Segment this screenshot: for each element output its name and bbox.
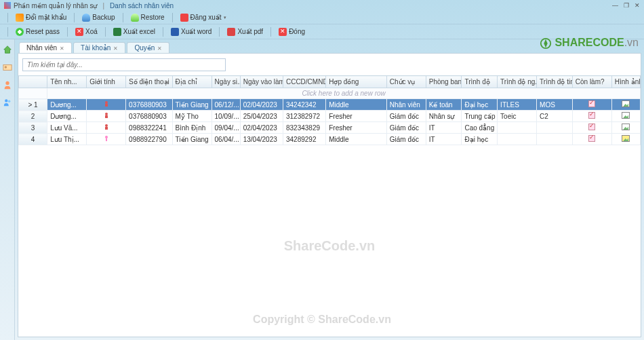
tab-close-icon[interactable]: ✕ bbox=[60, 45, 64, 52]
tab-nv[interactable]: Nhân viên✕ bbox=[19, 42, 72, 53]
column-header[interactable]: Tên nh... bbox=[47, 76, 87, 88]
tab-tk[interactable]: Tài khoản✕ bbox=[73, 42, 125, 53]
cell-edu: Cao đẳng bbox=[462, 122, 498, 134]
maximize-button[interactable]: ❐ bbox=[624, 2, 629, 9]
tab-label: Tài khoản bbox=[81, 44, 110, 52]
cell-dept: Kế toán bbox=[426, 99, 462, 111]
cell-id: 312382972 bbox=[283, 111, 325, 122]
image-icon bbox=[622, 100, 630, 107]
cell-it: C2 bbox=[537, 111, 573, 122]
minimize-button[interactable]: — bbox=[612, 2, 618, 9]
action-toolbar: Reset pass ✕ Xoá Xuất excel Xuất word Xu… bbox=[0, 24, 644, 39]
cell-contract: Middle bbox=[326, 99, 387, 111]
table-row[interactable]: > 1Dương...0376880903Tiền Giang06/12/...… bbox=[19, 99, 641, 111]
cell-id: 832343829 bbox=[283, 122, 325, 134]
column-header[interactable]: Trình độ ng... bbox=[498, 76, 537, 88]
cell-birth: 06/04/... bbox=[212, 134, 240, 145]
user-icon[interactable] bbox=[3, 80, 12, 90]
logout-button[interactable]: Đăng xuất ▾ bbox=[178, 13, 229, 22]
tab-q[interactable]: Quyền✕ bbox=[127, 42, 169, 53]
users-icon[interactable] bbox=[3, 98, 12, 107]
id-card-icon[interactable] bbox=[3, 62, 12, 72]
check-icon bbox=[588, 100, 595, 107]
column-header[interactable]: Trình độ bbox=[462, 76, 498, 88]
tab-close-icon[interactable]: ✕ bbox=[113, 45, 118, 52]
cell-image bbox=[611, 111, 640, 122]
backup-button[interactable]: Backup bbox=[79, 13, 117, 22]
tab-label: Nhân viên bbox=[26, 44, 57, 52]
cell-join: 13/04/2023 bbox=[240, 134, 283, 145]
svg-point-8 bbox=[105, 113, 108, 115]
home-icon[interactable] bbox=[3, 45, 12, 54]
backup-label: Backup bbox=[92, 14, 115, 21]
cell-join: 02/04/2023 bbox=[240, 122, 283, 134]
svg-rect-9 bbox=[105, 115, 108, 118]
table-row[interactable]: 3Lưu Vă...0988322241Bình Định09/04/...02… bbox=[19, 122, 641, 134]
column-header[interactable]: Ngày si... bbox=[212, 76, 240, 88]
column-header[interactable]: Phòng ban bbox=[426, 76, 462, 88]
table-row[interactable]: 4Lưu Thị...0988922790Tiền Giang06/04/...… bbox=[19, 134, 641, 145]
word-icon bbox=[171, 28, 179, 36]
search-input[interactable] bbox=[22, 58, 226, 71]
cell-join: 25/04/2023 bbox=[240, 111, 283, 122]
column-header[interactable]: Còn làm? bbox=[572, 76, 611, 88]
new-row[interactable]: Click here to add a new row bbox=[19, 88, 641, 99]
column-header[interactable]: Ngày vào làm bbox=[240, 76, 283, 88]
window-controls: — ❐ ✕ bbox=[612, 2, 640, 9]
svg-point-5 bbox=[7, 100, 10, 103]
delete-button[interactable]: ✕ Xoá bbox=[73, 27, 100, 37]
svg-point-6 bbox=[105, 101, 108, 104]
change-password-button[interactable]: Đổi mật khẩu bbox=[13, 13, 69, 22]
tab-panel: Tên nh...Giới tínhSố điện thoạiĐịa chỉNg… bbox=[18, 53, 641, 337]
svg-point-12 bbox=[105, 136, 108, 138]
cell-name: Lưu Vă... bbox=[47, 122, 87, 134]
cell-name: Dương... bbox=[47, 111, 87, 122]
cell-it: MOS bbox=[537, 99, 573, 111]
cell-dept: IT bbox=[426, 134, 462, 145]
export-word-button[interactable]: Xuất word bbox=[168, 27, 214, 37]
cell-addr: Tiền Giang bbox=[172, 134, 212, 145]
svg-point-3 bbox=[5, 81, 9, 85]
cell-birth: 09/04/... bbox=[212, 122, 240, 134]
brand-icon bbox=[540, 37, 552, 50]
column-header[interactable]: Số điện thoại bbox=[126, 76, 173, 88]
export-excel-button[interactable]: Xuất excel bbox=[110, 27, 158, 37]
cell-it bbox=[537, 122, 573, 134]
tab-label: Quyền bbox=[134, 44, 155, 52]
svg-rect-11 bbox=[105, 127, 108, 130]
check-icon bbox=[588, 135, 595, 142]
tab-close-icon[interactable]: ✕ bbox=[157, 45, 162, 52]
brand-logo: SHARECODE.vn bbox=[540, 37, 639, 50]
cell-gender bbox=[87, 99, 126, 111]
column-header[interactable]: Chức vụ bbox=[386, 76, 426, 88]
export-pdf-button[interactable]: Xuất pdf bbox=[224, 27, 266, 37]
column-header[interactable]: Hình ảnh bbox=[611, 76, 640, 88]
check-icon bbox=[588, 124, 595, 130]
grid-header-row: Tên nh...Giới tínhSố điện thoạiĐịa chỉNg… bbox=[19, 76, 641, 88]
column-header[interactable] bbox=[19, 76, 47, 88]
logout-icon bbox=[180, 14, 188, 22]
close-button[interactable]: ✕ Đóng bbox=[276, 27, 308, 37]
column-header[interactable]: Địa chỉ bbox=[172, 76, 212, 88]
cell-pos: Giám đốc bbox=[386, 122, 426, 134]
table-row[interactable]: 2Dương...0376880903Mỹ Tho10/09/...25/04/… bbox=[19, 111, 641, 122]
delete-label: Xoá bbox=[85, 28, 98, 35]
svg-rect-7 bbox=[105, 104, 108, 107]
column-header[interactable]: CCCD/CMND bbox=[283, 76, 325, 88]
excel-icon bbox=[113, 28, 121, 36]
column-header[interactable]: Giới tính bbox=[87, 76, 126, 88]
restore-button[interactable]: Restore bbox=[128, 13, 167, 22]
window-title: Phần mềm quản lý nhân sự bbox=[14, 2, 98, 10]
cell-contract: Fresher bbox=[326, 111, 387, 122]
reset-pass-button[interactable]: Reset pass bbox=[13, 27, 62, 37]
cell-phone: 0376880903 bbox=[126, 111, 173, 122]
cell-name: Lưu Thị... bbox=[47, 134, 87, 145]
column-header[interactable]: Trình độ tin... bbox=[537, 76, 573, 88]
cell-dept: Nhân sự bbox=[426, 111, 462, 122]
cell-addr: Tiền Giang bbox=[172, 99, 212, 111]
restore-label: Restore bbox=[141, 14, 165, 21]
employee-grid[interactable]: Tên nh...Giới tínhSố điện thoạiĐịa chỉNg… bbox=[18, 75, 641, 337]
main-toolbar: Đổi mật khẩu Backup Restore Đăng xuất ▾ bbox=[0, 11, 644, 24]
close-window-button[interactable]: ✕ bbox=[635, 2, 640, 9]
column-header[interactable]: Hợp đồng bbox=[326, 76, 387, 88]
